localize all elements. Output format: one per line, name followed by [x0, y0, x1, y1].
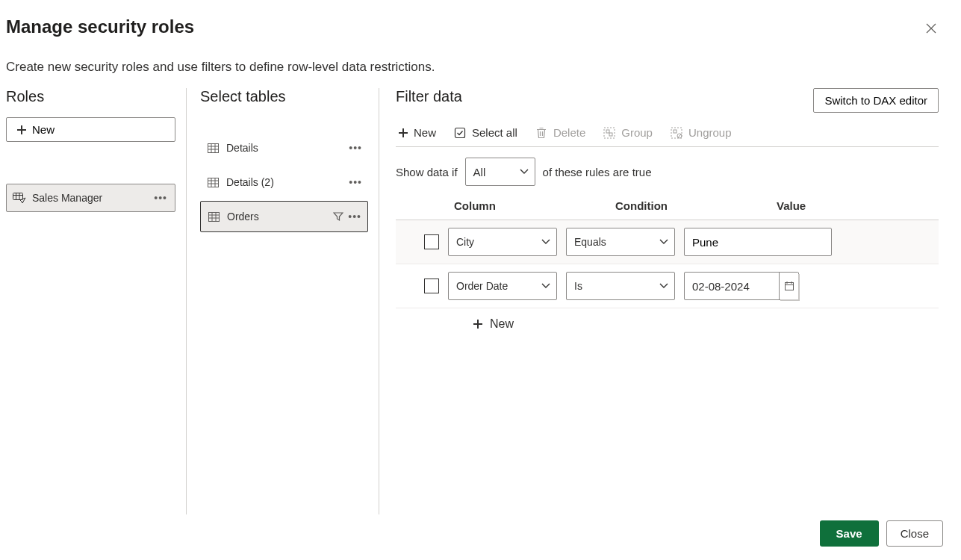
filter-toolbar: New Select all Delete [396, 122, 939, 147]
calendar-icon [784, 281, 794, 291]
plus-icon [473, 320, 482, 329]
toolbar-delete-button[interactable]: Delete [535, 126, 585, 139]
switch-to-dax-label: Switch to DAX editor [824, 94, 927, 107]
role-name: Sales Manager [32, 192, 102, 204]
close-footer-button[interactable]: Close [886, 520, 943, 547]
svg-rect-0 [13, 193, 23, 200]
filter-heading: Filter data [396, 88, 462, 105]
operator-select[interactable]: All [465, 158, 535, 186]
new-role-label: New [32, 123, 55, 136]
manage-security-roles-dialog: Manage security roles Create new securit… [0, 0, 961, 560]
table-name: Details [226, 142, 258, 154]
rule-sentence: Show data if All of these rules are true [396, 147, 939, 199]
delete-icon [536, 127, 547, 139]
add-rule-label: New [490, 317, 514, 331]
save-label: Save [836, 527, 862, 540]
tables-heading: Select tables [200, 88, 368, 105]
dialog-header: Manage security roles [0, 0, 961, 40]
rule-column-value: City [456, 236, 474, 248]
toolbar-new-button[interactable]: New [399, 126, 436, 139]
sentence-suffix: of these rules are true [543, 166, 652, 178]
table-name: Orders [227, 211, 259, 223]
rule-checkbox[interactable] [424, 279, 439, 293]
ungroup-icon [671, 127, 682, 139]
toolbar-group-label: Group [621, 126, 653, 139]
table-item-orders[interactable]: Orders ••• [200, 201, 368, 232]
rule-date-value: 02-08-2024 [692, 280, 750, 293]
table-item-details-2[interactable]: Details (2) ••• [200, 167, 368, 198]
table-more-button[interactable]: ••• [349, 142, 362, 154]
toolbar-delete-label: Delete [553, 126, 585, 139]
rule-date-input[interactable]: 02-08-2024 [684, 272, 799, 300]
chevron-down-icon [520, 169, 529, 175]
rule-condition-select[interactable]: Equals [566, 228, 675, 256]
add-rule-button[interactable]: New [396, 308, 939, 331]
rule-column-select[interactable]: City [448, 228, 557, 256]
table-more-button[interactable]: ••• [348, 211, 361, 223]
tables-list: Details ••• Details (2) ••• Orders [200, 132, 368, 232]
svg-line-26 [678, 134, 681, 137]
toolbar-ungroup-button[interactable]: Ungroup [671, 126, 732, 139]
roles-panel: Roles New Sales Manager ••• [6, 88, 187, 514]
table-name: Details (2) [226, 176, 274, 188]
dialog-subtitle: Create new security roles and use filter… [0, 40, 961, 88]
svg-rect-21 [606, 130, 609, 133]
svg-rect-19 [455, 128, 465, 137]
chevron-down-icon [541, 239, 550, 245]
dialog-title: Manage security roles [6, 16, 194, 37]
chevron-down-icon [659, 283, 668, 289]
toolbar-group-button[interactable]: Group [603, 126, 653, 139]
toolbar-select-all-button[interactable]: Select all [454, 126, 517, 139]
toolbar-new-label: New [414, 126, 436, 139]
new-role-button[interactable]: New [6, 117, 175, 142]
rule-column-value: Order Date [456, 280, 508, 292]
svg-rect-24 [674, 130, 677, 133]
close-label: Close [901, 527, 929, 540]
table-item-details[interactable]: Details ••• [200, 132, 368, 164]
table-icon [208, 212, 220, 222]
filter-icon [333, 211, 343, 222]
group-icon [603, 127, 615, 139]
close-icon [926, 23, 936, 34]
plus-icon [17, 125, 26, 134]
toolbar-select-all-label: Select all [472, 126, 517, 139]
table-icon [208, 143, 219, 153]
role-more-button[interactable]: ••• [154, 192, 167, 204]
rule-row: City Equals [396, 220, 939, 264]
tables-panel: Select tables Details ••• Details (2) ••… [187, 88, 379, 514]
dialog-footer: Save Close [0, 514, 961, 560]
svg-rect-4 [208, 143, 219, 152]
header-value: Value [777, 199, 889, 212]
svg-rect-9 [208, 178, 219, 187]
rules-header: Column Condition Value [396, 199, 939, 220]
switch-to-dax-button[interactable]: Switch to DAX editor [813, 88, 939, 113]
save-button[interactable]: Save [820, 520, 879, 547]
toolbar-ungroup-label: Ungroup [688, 126, 732, 139]
chevron-down-icon [659, 239, 668, 245]
sentence-prefix: Show data if [396, 166, 458, 178]
svg-rect-14 [209, 212, 220, 221]
header-column: Column [454, 199, 566, 212]
rule-condition-select[interactable]: Is [566, 272, 675, 300]
select-all-icon [454, 127, 466, 139]
rule-checkbox[interactable] [424, 234, 439, 249]
roles-heading: Roles [6, 88, 175, 105]
filter-panel: Filter data Switch to DAX editor New Sel… [379, 88, 955, 514]
rule-condition-value: Equals [574, 236, 606, 248]
chevron-down-icon [541, 283, 550, 289]
rule-column-select[interactable]: Order Date [448, 272, 557, 300]
table-more-button[interactable]: ••• [349, 176, 362, 188]
role-item-sales-manager[interactable]: Sales Manager ••• [6, 184, 175, 212]
operator-value: All [473, 166, 486, 178]
rule-value-input[interactable] [684, 228, 832, 256]
plus-icon [399, 128, 408, 137]
table-icon [208, 178, 219, 187]
dialog-body: Roles New Sales Manager ••• [0, 88, 961, 514]
rule-condition-value: Is [574, 280, 582, 292]
rule-row: Order Date Is 02-08-2024 [396, 264, 939, 308]
header-condition: Condition [615, 199, 727, 212]
role-icon [13, 192, 26, 204]
svg-rect-22 [609, 133, 612, 136]
date-picker-button[interactable] [779, 273, 798, 299]
close-button[interactable] [919, 16, 943, 40]
